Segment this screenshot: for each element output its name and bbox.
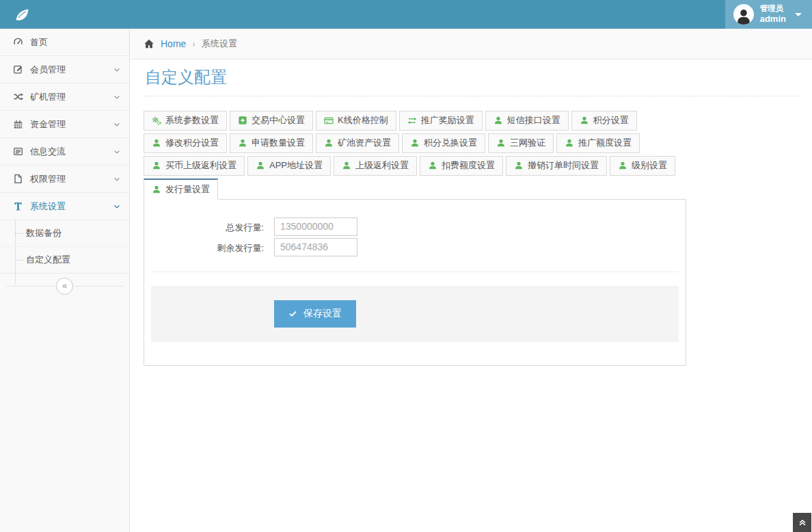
tab-label: 三网验证 (510, 137, 545, 149)
sidebar-item-label: 资金管理 (30, 118, 66, 131)
total-issuance-input[interactable] (274, 217, 357, 236)
breadcrumb: Home › 系统设置 (130, 29, 812, 59)
user-icon (580, 116, 589, 125)
chevron-down-icon (113, 93, 121, 101)
divider-line (6, 286, 55, 287)
app-logo[interactable] (0, 0, 130, 29)
user-role: 管理员 (760, 4, 786, 14)
tab-label: 发行量设置 (165, 183, 210, 196)
tab-label: 积分设置 (593, 114, 629, 127)
tab-label: 修改积分设置 (165, 137, 219, 149)
tab-label: 撤销订单时间设置 (528, 159, 599, 172)
caret-down-icon (795, 13, 802, 16)
credit-card-icon (324, 116, 334, 126)
form-row: 总发行量: (144, 217, 686, 237)
sidebar-item-member-management[interactable]: 会员管理 (0, 56, 129, 83)
tab-label: 短信接口设置 (507, 114, 560, 127)
tab-points[interactable]: 积分设置 (571, 111, 637, 131)
tab-kline-price[interactable]: K线价格控制 (316, 111, 396, 131)
tab-label: 推广奖励设置 (421, 114, 474, 127)
gears-icon (152, 116, 161, 126)
avatar (733, 4, 754, 25)
chevron-down-icon (113, 148, 121, 156)
form-actions: 保存设置 (151, 286, 679, 342)
sidebar-subitem-data-backup[interactable]: 数据备份 (0, 220, 129, 247)
form-divider (151, 271, 679, 272)
tab-label: K线价格控制 (338, 114, 388, 127)
tab-label: 申请数量设置 (252, 137, 305, 149)
tab-trade-center[interactable]: 交易中心设置 (230, 111, 313, 131)
tab-modify-points[interactable]: 修改积分设置 (144, 133, 227, 153)
user-icon (342, 161, 351, 170)
sidebar-item-info-exchange[interactable]: 信息交流 (0, 138, 129, 165)
save-button-label: 保存设置 (303, 308, 342, 320)
chevron-down-icon (113, 120, 121, 129)
plus-square-icon (238, 116, 247, 125)
user-icon (410, 138, 420, 148)
sidebar-collapse-row: « (0, 275, 129, 297)
tab-label: 推广额度设置 (578, 137, 632, 149)
tab-cancel-order-time[interactable]: 撤销订单时间设置 (506, 156, 607, 176)
tab-pool-assets[interactable]: 矿池资产设置 (316, 133, 399, 153)
sidebar-item-label: 权限管理 (30, 173, 66, 185)
home-icon (144, 38, 154, 49)
chevron-down-icon (113, 202, 121, 211)
sidebar-item-label: 信息交流 (30, 146, 66, 158)
user-icon (496, 138, 506, 148)
breadcrumb-current: 系统设置 (202, 38, 237, 50)
breadcrumb-separator: › (192, 38, 195, 49)
sidebar-item-funds-management[interactable]: 资金管理 (0, 111, 129, 138)
sidebar-item-miner-management[interactable]: 矿机管理 (0, 83, 129, 111)
sidebar-item-home[interactable]: 首页 (0, 29, 129, 56)
user-name: admin (760, 14, 786, 25)
save-settings-button[interactable]: 保存设置 (274, 300, 356, 328)
tab-label: 矿池资产设置 (338, 137, 391, 149)
tab-apply-quantity[interactable]: 申请数量设置 (230, 133, 313, 153)
tab-level[interactable]: 级别设置 (610, 156, 675, 176)
tab-label: 交易中心设置 (252, 114, 305, 127)
sidebar-item-permission-management[interactable]: 权限管理 (0, 165, 129, 193)
remaining-issuance-label: 剩余发行量: (144, 238, 264, 258)
sidebar-item-system-settings[interactable]: 系统设置 (0, 193, 129, 220)
top-header: 管理员 admin (0, 0, 812, 29)
dashboard-icon (12, 37, 23, 47)
user-menu[interactable]: 管理员 admin (725, 0, 812, 29)
edit-icon (12, 64, 23, 75)
file-icon (12, 174, 23, 184)
tab-sms-api[interactable]: 短信接口设置 (485, 111, 569, 131)
tab-promo-quota[interactable]: 推广额度设置 (556, 133, 640, 153)
breadcrumb-home-link[interactable]: Home (161, 38, 186, 49)
tab-triple-network-verify[interactable]: 三网验证 (488, 133, 554, 153)
user-icon (428, 161, 437, 170)
tab-promo-reward[interactable]: 推广奖励设置 (399, 111, 483, 131)
scroll-to-top-button[interactable] (793, 513, 811, 532)
form-row: 剩余发行量: (144, 238, 686, 258)
tab-buy-coin-upline-rebate[interactable]: 买币上级返利设置 (144, 156, 245, 176)
remaining-issuance-input[interactable] (274, 238, 357, 256)
check-icon (288, 309, 297, 318)
sidebar-subitem-custom-config[interactable]: 自定义配置 (0, 247, 129, 273)
text-icon (12, 201, 23, 211)
sidebar-nav: 首页会员管理矿机管理资金管理信息交流权限管理系统设置数据备份自定义配置 (0, 29, 129, 274)
list-icon (12, 146, 23, 157)
user-icon (152, 138, 161, 148)
tab-system-params[interactable]: 系统参数设置 (144, 111, 227, 131)
sidebar-item-label: 首页 (30, 36, 48, 49)
title-divider (144, 96, 798, 96)
user-icon (493, 116, 503, 125)
user-icon (152, 185, 161, 194)
total-issuance-label: 总发行量: (144, 217, 264, 237)
tab-fee-quota[interactable]: 扣费额度设置 (420, 156, 503, 176)
page-title: 自定义配置 (145, 68, 798, 88)
sidebar-collapse-button[interactable]: « (56, 278, 73, 295)
tab-upline-rebate[interactable]: 上级返利设置 (334, 156, 417, 176)
tab-app-address[interactable]: APP地址设置 (247, 156, 331, 176)
tab-issuance[interactable]: 发行量设置 (144, 178, 218, 200)
sidebar-item-label: 矿机管理 (30, 91, 66, 103)
tab-label: APP地址设置 (269, 159, 323, 172)
user-icon (324, 138, 334, 148)
shuffle-icon (12, 92, 23, 102)
leaf-icon (14, 6, 31, 23)
angle-double-up-icon (798, 518, 807, 527)
tab-points-exchange[interactable]: 积分兑换设置 (402, 133, 485, 153)
